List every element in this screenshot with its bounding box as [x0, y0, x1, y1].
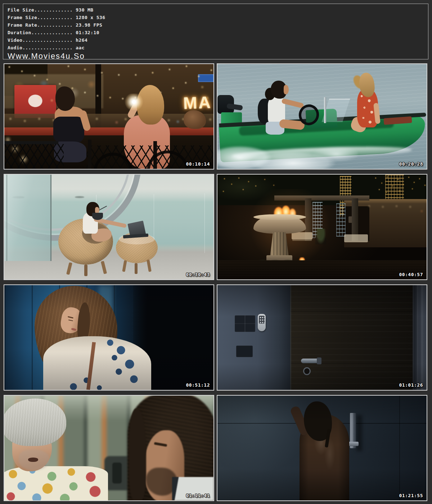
woman-left-black-top: [53, 117, 84, 143]
site-watermark: Www.Movies4u.So: [8, 52, 428, 60]
blue-sign: [198, 74, 213, 82]
media-info-panel: File Size............. 930 MB Frame Size…: [3, 4, 428, 59]
shading-overlay: [4, 285, 213, 390]
screenshot-thumb-5: 00:51:12: [4, 284, 214, 391]
scene-balcony-sea-view: [4, 175, 213, 279]
screenshot-thumb-7: 01:11:41: [4, 395, 214, 501]
info-line-duration: Duration.............. 01:32:10: [8, 29, 428, 36]
chair-leg: [101, 261, 107, 274]
string-lights: [4, 64, 6, 66]
screenshot-thumb-4: 00:40:57: [217, 174, 427, 280]
scene-dark-bedroom-door: [217, 285, 427, 390]
open-mouth: [28, 458, 38, 462]
bar-counter: [4, 127, 213, 135]
timestamp-overlay: 00:40:57: [399, 272, 423, 277]
info-line-video: Video................. h264: [8, 36, 428, 44]
timestamp-overlay: 00:51:12: [186, 382, 210, 388]
scene-courtyard-fire-fountain: [217, 175, 427, 279]
fountain-pedestal: [270, 232, 289, 257]
timestamp-overlay: 00:20:28: [399, 161, 423, 167]
bottle: [112, 463, 122, 483]
long-dark-hair: [129, 409, 146, 500]
screenshot-thumb-1: MA 00:10:14: [4, 63, 214, 170]
timestamp-overlay: 01:11:41: [186, 493, 210, 498]
scene-night-market-bar: MA: [4, 64, 213, 169]
timestamp-overlay: 01:01:26: [399, 382, 423, 388]
windshield-frame: [324, 97, 326, 123]
bench: [344, 234, 368, 242]
screenshot-thumb-2: 00:20:28: [217, 63, 427, 170]
floral-shirt: [4, 466, 108, 500]
downlights: [217, 175, 219, 176]
boat-wake-spray: [217, 138, 358, 169]
table-leg: [135, 263, 138, 274]
red-banner: [14, 85, 56, 118]
info-line-frame-size: Frame Size............ 1280 x 536: [8, 14, 428, 21]
info-line-frame-rate: Frame Rate............ 23.98 FPS: [8, 21, 428, 29]
fire-bowl-rim: [253, 214, 306, 220]
timestamp-overlay: 00:30:43: [186, 272, 210, 277]
gray-hair: [4, 399, 66, 446]
woman-left-hair: [55, 86, 75, 111]
table-leg: [147, 260, 152, 272]
timestamp-overlay: 01:21:55: [399, 493, 423, 498]
driver-face: [284, 85, 289, 94]
vignette-overlay: [217, 396, 427, 500]
scene-shower-from-behind: [217, 396, 427, 500]
timestamp-overlay: 00:10:14: [186, 161, 210, 167]
brick-pavement: [217, 260, 427, 279]
info-line-file-size: File Size............. 930 MB: [8, 6, 428, 14]
chair-leg: [84, 265, 87, 276]
railing-lattice-left: [4, 144, 64, 169]
railing-post: [88, 140, 91, 169]
screenshot-thumb-6: 01:01:26: [217, 284, 427, 391]
phone-flash: [124, 94, 144, 110]
glass-wall: [4, 175, 51, 261]
vignette-overlay: [217, 285, 427, 390]
table-leg: [122, 260, 127, 272]
glass-wall-frame: [6, 175, 7, 261]
screenshot-thumb-3: 00:30:43: [4, 174, 214, 280]
screenshot-sheet: File Size............. 930 MB Frame Size…: [0, 0, 432, 504]
scene-woman-embroidered-blouse: [4, 285, 213, 390]
food-bowl: [92, 213, 103, 220]
info-line-audio: Audio................. aac: [8, 44, 428, 51]
screenshot-thumb-8: 01:21:55: [217, 395, 427, 501]
chair-leg: [66, 262, 72, 275]
scene-two-men-talking: [4, 396, 213, 500]
light-cascade: [385, 175, 404, 201]
scene-green-speedboat: [217, 64, 427, 169]
glass-seam: [204, 193, 205, 253]
